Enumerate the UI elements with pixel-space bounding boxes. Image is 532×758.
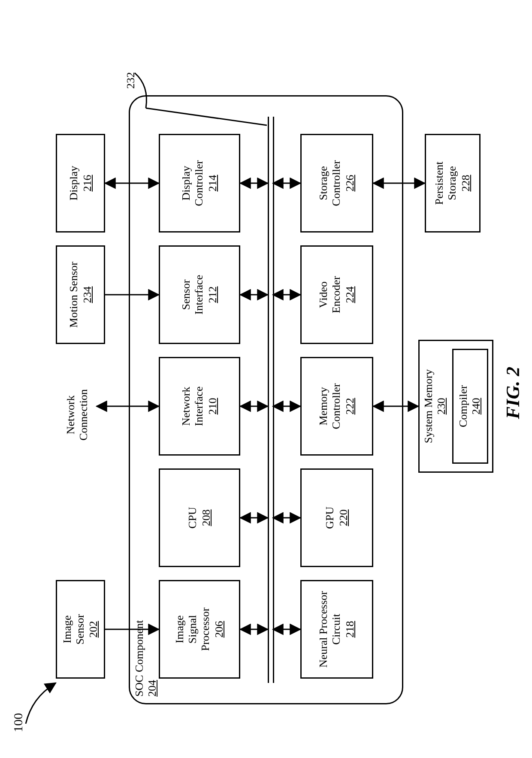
image-sensor-block: Image Sensor202 [56, 580, 105, 679]
memory-controller-block: Memory Controller222 [300, 357, 373, 456]
video-encoder-block: Video Encoder224 [300, 245, 373, 344]
gpu-ref: 220 [337, 510, 350, 526]
system-memory-block: System Memory 230 Compiler 240 [418, 340, 493, 473]
figure-top-ref: 100 [11, 713, 25, 732]
image-sensor-label: Image Sensor [61, 614, 87, 645]
figure-caption: FIG. 2 [502, 367, 524, 419]
display-controller-ref: 214 [206, 175, 219, 192]
video-encoder-label: Video Encoder [317, 276, 343, 314]
soc-label-text: SOC Component [133, 620, 146, 697]
motion-sensor-ref: 234 [81, 287, 94, 303]
display-ref: 216 [81, 175, 94, 192]
compiler-ref: 240 [470, 398, 482, 415]
motion-sensor-block: Motion Sensor234 [56, 245, 105, 344]
sensor-interface-block: Sensor Interface212 [159, 245, 240, 344]
persistent-storage-block: Persistent Storage228 [425, 134, 481, 233]
network-interface-label: Network Interface [180, 387, 206, 426]
memory-controller-label: Memory Controller [317, 384, 343, 429]
soc-label: SOC Component 204 [133, 620, 159, 697]
neural-processor-ref: 218 [344, 621, 357, 638]
gpu-block: GPU220 [300, 468, 373, 567]
storage-controller-label: Storage Controller [317, 160, 343, 206]
persistent-storage-ref: 228 [459, 175, 472, 192]
network-connection-label: Network Connection [64, 389, 90, 441]
cpu-ref: 208 [200, 510, 213, 526]
figure-stage: 100 SOC Component 204 232 Network Connec… [0, 0, 532, 758]
display-label: Display [67, 166, 80, 201]
memory-controller-ref: 222 [344, 398, 357, 415]
compiler-label: Compiler [457, 385, 469, 427]
image-sensor-ref: 202 [87, 621, 100, 638]
soc-label-ref: 204 [146, 620, 159, 697]
display-controller-block: Display Controller214 [159, 134, 240, 233]
sensor-interface-label: Sensor Interface [180, 275, 206, 314]
video-encoder-ref: 224 [344, 287, 357, 303]
isp-label: Image Signal Processor [173, 607, 212, 651]
system-memory-label: System Memory [422, 369, 435, 444]
network-interface-ref: 210 [206, 398, 219, 415]
persistent-storage-label: Persistent Storage [433, 161, 459, 205]
neural-processor-label: Neural Processor Circuit [317, 591, 343, 667]
isp-block: Image Signal Processor206 [159, 580, 240, 679]
display-block: Display216 [56, 134, 105, 233]
neural-processor-block: Neural Processor Circuit218 [300, 580, 373, 679]
compiler-block: Compiler 240 [452, 349, 488, 464]
storage-controller-ref: 226 [344, 175, 357, 192]
sensor-interface-ref: 212 [206, 287, 219, 303]
isp-ref: 206 [213, 621, 226, 638]
system-memory-ref: 230 [435, 398, 447, 415]
network-interface-block: Network Interface210 [159, 357, 240, 456]
bus-ref-num: 232 [124, 72, 137, 89]
motion-sensor-label: Motion Sensor [67, 262, 80, 328]
cpu-label: CPU [186, 507, 199, 529]
gpu-label: GPU [323, 507, 336, 529]
cpu-block: CPU208 [159, 468, 240, 567]
display-controller-label: Display Controller [180, 160, 206, 206]
storage-controller-block: Storage Controller226 [300, 134, 373, 233]
